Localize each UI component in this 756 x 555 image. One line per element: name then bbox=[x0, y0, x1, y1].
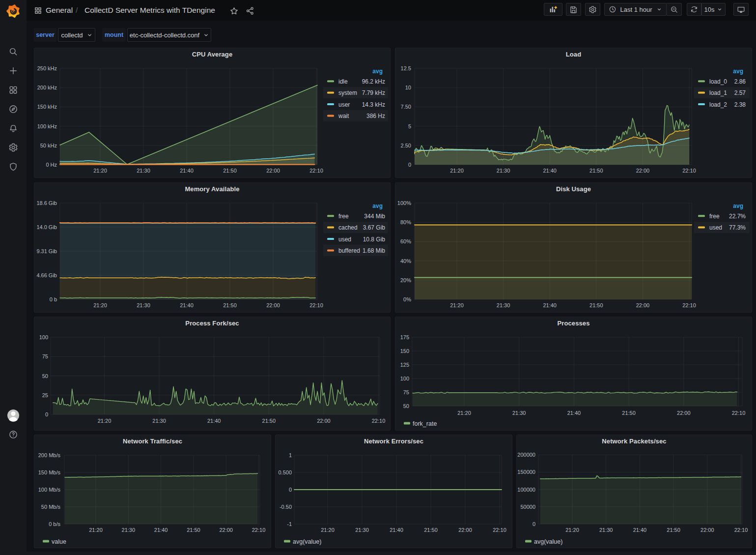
svg-text:2.57: 2.57 bbox=[734, 89, 746, 96]
svg-text:buffered: buffered bbox=[338, 247, 360, 254]
svg-text:25: 25 bbox=[42, 392, 48, 398]
svg-text:175: 175 bbox=[400, 334, 409, 340]
svg-text:22:10: 22:10 bbox=[734, 527, 748, 533]
svg-text:14.0 Gib: 14.0 Gib bbox=[36, 224, 57, 230]
svg-text:14.3 kHz: 14.3 kHz bbox=[362, 101, 385, 108]
svg-text:-1: -1 bbox=[287, 521, 292, 527]
svg-text:21:50: 21:50 bbox=[223, 302, 237, 308]
svg-text:21:50: 21:50 bbox=[223, 168, 237, 174]
svg-text:22.7%: 22.7% bbox=[729, 213, 746, 220]
svg-text:21:50: 21:50 bbox=[187, 527, 200, 533]
svg-text:2.38: 2.38 bbox=[734, 101, 746, 108]
svg-text:75: 75 bbox=[403, 389, 409, 395]
svg-text:96.2 kHz: 96.2 kHz bbox=[362, 78, 385, 85]
svg-text:0%: 0% bbox=[403, 296, 411, 302]
svg-text:21:20: 21:20 bbox=[450, 168, 464, 174]
svg-text:21:30: 21:30 bbox=[137, 302, 150, 308]
svg-text:avg: avg bbox=[372, 68, 383, 75]
svg-text:22:10: 22:10 bbox=[252, 527, 266, 533]
svg-text:150 kHz: 150 kHz bbox=[37, 104, 57, 110]
svg-text:0.500: 0.500 bbox=[278, 469, 292, 475]
svg-text:344 Mib: 344 Mib bbox=[364, 213, 385, 220]
svg-text:4.66 Gib: 4.66 Gib bbox=[36, 272, 57, 278]
svg-text:21:50: 21:50 bbox=[622, 410, 636, 416]
svg-text:21:30: 21:30 bbox=[599, 527, 613, 533]
svg-text:22:10: 22:10 bbox=[309, 168, 323, 174]
svg-text:-0.50: -0.50 bbox=[280, 504, 292, 510]
svg-text:21:40: 21:40 bbox=[633, 527, 647, 533]
svg-text:0 b: 0 b bbox=[50, 296, 57, 302]
svg-text:21:40: 21:40 bbox=[180, 168, 194, 174]
svg-text:100000: 100000 bbox=[517, 487, 535, 493]
svg-text:22:00: 22:00 bbox=[700, 527, 714, 533]
svg-text:22:00: 22:00 bbox=[677, 410, 691, 416]
svg-text:100 kHz: 100 kHz bbox=[37, 123, 57, 129]
svg-text:3.67 Gib: 3.67 Gib bbox=[363, 224, 386, 231]
svg-text:0: 0 bbox=[45, 411, 48, 417]
svg-text:22:10: 22:10 bbox=[732, 410, 746, 416]
svg-text:100 Mb/s: 100 Mb/s bbox=[38, 487, 61, 493]
svg-text:21:50: 21:50 bbox=[667, 527, 680, 533]
svg-text:0: 0 bbox=[408, 162, 411, 168]
svg-text:21:40: 21:40 bbox=[154, 527, 168, 533]
svg-text:22:00: 22:00 bbox=[458, 527, 472, 533]
svg-text:50: 50 bbox=[42, 373, 48, 379]
svg-text:7.79 kHz: 7.79 kHz bbox=[362, 89, 385, 96]
svg-text:77.3%: 77.3% bbox=[729, 224, 746, 231]
svg-text:22:00: 22:00 bbox=[636, 302, 650, 308]
svg-text:150000: 150000 bbox=[517, 469, 535, 475]
svg-text:386 Hz: 386 Hz bbox=[366, 113, 385, 119]
svg-text:avg: avg bbox=[733, 203, 743, 209]
svg-text:21:30: 21:30 bbox=[512, 410, 526, 416]
svg-text:0: 0 bbox=[289, 487, 292, 493]
svg-text:60%: 60% bbox=[400, 238, 411, 244]
svg-text:21:50: 21:50 bbox=[589, 168, 603, 174]
svg-text:22:10: 22:10 bbox=[682, 168, 696, 174]
svg-text:80%: 80% bbox=[400, 219, 411, 225]
svg-text:50: 50 bbox=[403, 403, 409, 409]
svg-text:used: used bbox=[338, 236, 351, 243]
svg-text:22:10: 22:10 bbox=[682, 302, 696, 308]
svg-text:50000: 50000 bbox=[520, 504, 535, 510]
svg-text:21:40: 21:40 bbox=[543, 302, 557, 308]
svg-text:22:00: 22:00 bbox=[317, 418, 331, 424]
svg-text:5: 5 bbox=[408, 123, 411, 129]
svg-text:21:30: 21:30 bbox=[137, 168, 150, 174]
svg-text:load_1: load_1 bbox=[709, 89, 727, 96]
svg-text:21:30: 21:30 bbox=[355, 527, 369, 533]
svg-text:21:20: 21:20 bbox=[450, 302, 464, 308]
svg-text:avg(value): avg(value) bbox=[534, 538, 562, 545]
svg-text:21:20: 21:20 bbox=[457, 410, 471, 416]
svg-text:22:10: 22:10 bbox=[309, 302, 323, 308]
svg-text:75: 75 bbox=[42, 353, 48, 359]
svg-text:21:30: 21:30 bbox=[122, 527, 136, 533]
svg-text:50 kHz: 50 kHz bbox=[40, 143, 57, 148]
svg-text:0: 0 bbox=[532, 521, 535, 527]
svg-text:21:20: 21:20 bbox=[98, 418, 112, 424]
svg-text:21:40: 21:40 bbox=[390, 527, 403, 533]
svg-text:21:20: 21:20 bbox=[321, 527, 335, 533]
svg-text:21:50: 21:50 bbox=[262, 418, 276, 424]
svg-text:21:40: 21:40 bbox=[543, 168, 557, 174]
svg-text:150: 150 bbox=[400, 348, 409, 354]
svg-text:21:30: 21:30 bbox=[152, 418, 166, 424]
svg-text:2.50: 2.50 bbox=[401, 143, 411, 148]
svg-text:0 Hz: 0 Hz bbox=[46, 162, 57, 168]
svg-text:125: 125 bbox=[400, 362, 409, 368]
svg-text:18.6 Gib: 18.6 Gib bbox=[36, 200, 57, 206]
svg-text:used: used bbox=[709, 224, 722, 231]
svg-text:40%: 40% bbox=[400, 258, 411, 264]
svg-text:21:50: 21:50 bbox=[424, 527, 438, 533]
svg-text:100%: 100% bbox=[397, 200, 411, 206]
svg-text:21:20: 21:20 bbox=[89, 527, 103, 533]
svg-text:22:00: 22:00 bbox=[266, 302, 280, 308]
svg-text:200000: 200000 bbox=[517, 452, 535, 458]
svg-text:22:10: 22:10 bbox=[493, 527, 506, 533]
svg-text:21:40: 21:40 bbox=[180, 302, 194, 308]
svg-text:wait: wait bbox=[338, 113, 349, 119]
svg-text:250 kHz: 250 kHz bbox=[37, 65, 57, 71]
svg-text:10: 10 bbox=[405, 85, 411, 90]
svg-text:free: free bbox=[338, 213, 349, 220]
svg-text:100: 100 bbox=[400, 376, 409, 381]
svg-text:fork_rate: fork_rate bbox=[413, 420, 437, 427]
